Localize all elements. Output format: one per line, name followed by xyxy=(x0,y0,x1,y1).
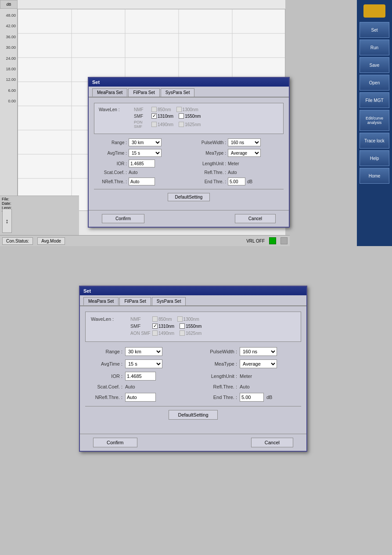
cancel-btn-bottom[interactable]: Cancel xyxy=(251,438,293,447)
y-val-18: 18.00 xyxy=(0,66,17,72)
cb-1550nm[interactable]: 1550nm xyxy=(179,113,201,119)
tab-syspara-set-top[interactable]: SysPara Set xyxy=(161,88,195,97)
cancel-btn-top[interactable]: Cancel xyxy=(235,214,276,223)
mea-type-select-b[interactable]: Average xyxy=(240,359,277,368)
vrl-indicator xyxy=(269,237,276,244)
scat-coef-label: Scat.Coef. : xyxy=(94,170,127,175)
pulse-width-select-b[interactable]: 160 ns xyxy=(240,347,277,356)
top-dialog-footer: Confirm Cancel xyxy=(89,210,289,227)
cb-1490nm-label: 1490nm xyxy=(158,122,173,127)
cb-1310nm-label: 1310nm xyxy=(158,114,173,119)
cb-1310nm-box[interactable] xyxy=(151,113,157,119)
bottom-dialog-tabs: MeaPara Set FilPara Set SysPara Set xyxy=(80,295,306,306)
refl-thre-label-b: Refl.Thre. : xyxy=(200,384,237,389)
wavelen-section-bottom: WaveLen : NMF 850nm 1300nm xyxy=(85,312,301,342)
cb-1625nm-b: 1625nm xyxy=(180,330,201,336)
tab-filpara-set-top[interactable]: FilPara Set xyxy=(128,88,159,97)
avg-time-select-b[interactable]: 15 s xyxy=(125,359,162,368)
sidebar-logo xyxy=(363,4,385,18)
pulse-width-select[interactable]: 160 ns xyxy=(228,138,261,146)
pon-checkboxes-b: 1490nm 1625nm xyxy=(152,330,201,336)
cb-1310nm-box-b[interactable] xyxy=(152,323,158,329)
pulse-width-label-b: PulseWidth : xyxy=(200,349,237,354)
y-val-0: 0.00 xyxy=(0,98,17,104)
top-dialog-overlay: Set MeaPara Set FilPara Set SysPara Set … xyxy=(88,77,290,228)
sidebar-btn-save[interactable]: Save xyxy=(360,57,389,73)
cb-1310nm[interactable]: 1310nm xyxy=(151,113,173,119)
ior-row-b: IOR : xyxy=(85,372,187,381)
confirm-btn-top[interactable]: Confirm xyxy=(102,214,144,223)
cb-1490nm-label-b: 1490nm xyxy=(158,331,174,336)
wavelen-row-pon-b: AON SMF 1490nm 1625nm xyxy=(91,330,295,336)
sidebar-btn-help[interactable]: Help xyxy=(360,150,389,166)
range-select[interactable]: 30 km xyxy=(129,138,162,146)
cb-850nm-label: 850nm xyxy=(158,107,171,112)
nrefl-thre-input-b[interactable] xyxy=(125,393,156,402)
nrefl-thre-input[interactable] xyxy=(129,178,155,185)
scat-coef-value: Auto xyxy=(129,170,138,175)
cb-1550nm-box-b[interactable] xyxy=(180,323,185,329)
wavelen-row-smf-b: SMF 1310nm 1550nm xyxy=(91,323,295,329)
cb-1550nm-b[interactable]: 1550nm xyxy=(180,323,201,329)
refl-thre-label: Refl.Thre. : xyxy=(193,170,226,175)
pon-smf-label: PON SMF xyxy=(134,120,151,129)
refl-thre-value-b: Auto xyxy=(240,384,250,389)
sidebar-btn-edit-curve[interactable]: Edit/curve analysis xyxy=(360,110,389,131)
end-thre-label: End Thre. : xyxy=(193,179,226,184)
length-unit-row-b: LengthUnit : Meter xyxy=(200,372,301,381)
avg-time-select[interactable]: 15 s xyxy=(129,149,162,157)
y-val-36: 36.00 xyxy=(0,34,17,40)
cb-1300nm-label: 1300nm xyxy=(183,107,198,112)
length-unit-row: LengthUnit : Meter xyxy=(193,160,284,167)
ior-input[interactable] xyxy=(129,160,155,167)
tab-meapara-set-top[interactable]: MeaPara Set xyxy=(92,88,127,97)
separator-top xyxy=(94,189,284,189)
aon-smf-label-b: AON SMF xyxy=(130,331,152,336)
form-grid-top: Range : 30 km PulseWidth : 160 ns AvgTim… xyxy=(94,138,284,185)
default-setting-btn-top[interactable]: DefaultSetting xyxy=(168,193,210,201)
refl-thre-row: Refl.Thre. : Auto xyxy=(193,170,284,175)
avg-time-row-b: AvgTime : 15 s xyxy=(85,359,187,368)
pulse-width-row: PulseWidth : 160 ns xyxy=(193,138,284,146)
sidebar: Set Run Save Open File MGT Edit/curve an… xyxy=(357,0,392,246)
tab-meapara-set-bottom[interactable]: MeaPara Set xyxy=(83,297,119,305)
cb-1550nm-box[interactable] xyxy=(179,113,184,119)
bottom-dialog-body: WaveLen : NMF 850nm 1300nm xyxy=(80,306,306,434)
status-bar: Con.Status: Avg.Mode VRL OFF xyxy=(0,235,290,246)
end-thre-input[interactable] xyxy=(228,178,245,185)
nmf-label: NMF xyxy=(134,107,151,112)
cb-1300nm-b: 1300nm xyxy=(177,316,199,322)
sidebar-btn-run[interactable]: Run xyxy=(360,40,389,55)
wavelen-row-pon: PON SMF 1490nm 1625nm xyxy=(99,120,279,129)
refl-thre-row-b: Refl.Thre. : Auto xyxy=(200,384,301,389)
sidebar-btn-file-mgt[interactable]: File MGT xyxy=(360,92,389,108)
y-val-42: 42.00 xyxy=(0,23,17,29)
sidebar-btn-trace-lock[interactable]: Trace lock xyxy=(360,133,389,149)
mea-type-select[interactable]: Average xyxy=(228,149,261,157)
spacer xyxy=(0,246,392,259)
ior-input-b[interactable] xyxy=(125,372,156,381)
cb-1310nm-b[interactable]: 1310nm xyxy=(152,323,174,329)
tab-filpara-set-bottom[interactable]: FilPara Set xyxy=(119,297,151,305)
sidebar-btn-set[interactable]: Set xyxy=(360,22,389,38)
length-unit-value-b: Meter xyxy=(240,374,252,379)
tab-syspara-set-bottom[interactable]: SysPara Set xyxy=(152,297,186,305)
default-setting-btn-bottom[interactable]: DefaultSetting xyxy=(169,410,217,420)
top-set-dialog: Set MeaPara Set FilPara Set SysPara Set … xyxy=(88,77,290,228)
range-select-b[interactable]: 30 km xyxy=(125,347,162,356)
form-grid-bottom: Range : 30 km PulseWidth : 160 ns AvgTim… xyxy=(85,347,301,402)
top-dialog-title: Set xyxy=(92,80,100,85)
sidebar-btn-open[interactable]: Open xyxy=(360,75,389,91)
bottom-dialog-title: Set xyxy=(83,288,91,294)
bottom-section: manualsive.com Set MeaPara Set FilPara S… xyxy=(0,277,392,488)
end-thre-input-b[interactable] xyxy=(240,393,264,402)
confirm-btn-bottom[interactable]: Confirm xyxy=(93,438,137,447)
nmf-checkboxes: 850nm 1300nm xyxy=(151,107,198,112)
range-row-b: Range : 30 km xyxy=(85,347,187,356)
cb-850nm-label-b: 850nm xyxy=(158,317,172,322)
top-dialog-titlebar: Set xyxy=(89,78,289,87)
end-thre-row-b: End Thre. : dB xyxy=(200,393,301,402)
wavelen-label-b: WaveLen : xyxy=(91,316,130,322)
sidebar-btn-home[interactable]: Home xyxy=(360,168,389,184)
con-status-label: Con.Status: xyxy=(2,237,33,245)
